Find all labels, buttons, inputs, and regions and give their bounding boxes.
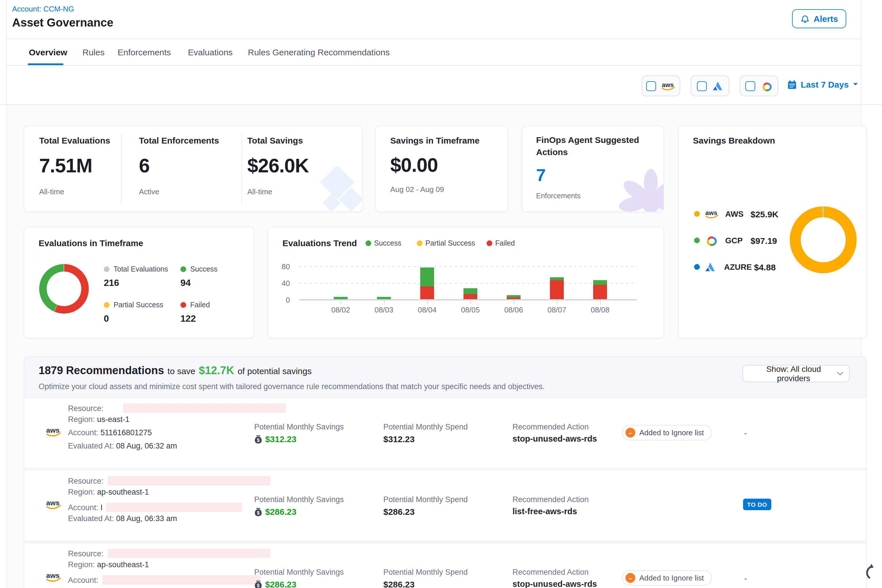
x-label: 08/07 [540, 306, 574, 314]
aws-logo-icon: aws [705, 209, 719, 219]
action-column-label: Recommended Action [513, 423, 589, 431]
bell-icon [800, 14, 810, 23]
recommendations-subtitle: Optimize your cloud assets and minimize … [39, 382, 545, 391]
pill-label: Added to Ignore list [639, 574, 704, 582]
recommendations-panel: 1879 Recommendations to save $12.7K of p… [24, 356, 867, 588]
savings-value: $ $312.23 [254, 434, 296, 444]
provider-savings: $4.88 [754, 262, 776, 272]
x-label: 08/08 [583, 306, 617, 314]
page-title: Asset Governance [12, 16, 113, 29]
savings-amount: $286.23 [265, 507, 296, 516]
finops-caption: Enforcements [536, 192, 580, 200]
x-axis-line [299, 299, 637, 300]
recommendation-row[interactable]: aws Resource: Region: us-east-1 Account:… [24, 398, 867, 468]
evaluated-label: Evaluated At: [68, 587, 114, 588]
bar-segment [420, 267, 434, 286]
x-tickmark [427, 300, 428, 304]
tab-rules[interactable]: Rules [82, 47, 105, 57]
resource-line: Resource: [68, 547, 271, 558]
flower-watermark-icon [615, 168, 664, 212]
legend-value: 122 [180, 314, 210, 324]
evaluated-line: Evaluated At: 08 Aug, 06:33 am [68, 514, 177, 523]
recommendations-header: 1879 Recommendations to save $12.7K of p… [39, 364, 312, 377]
legend-value: 94 [180, 278, 218, 288]
added-to-ignore-pill[interactable]: – Added to Ignore list [622, 425, 712, 440]
success-dot [180, 266, 186, 272]
action-column-label: Recommended Action [513, 495, 589, 504]
added-to-ignore-pill[interactable]: – Added to Ignore list [622, 570, 712, 586]
x-tickmark [341, 300, 341, 304]
savings-value: $ $286.23 [254, 579, 296, 588]
filter-aws-toggle[interactable]: aws [642, 75, 680, 96]
tab-evaluations[interactable]: Evaluations [188, 47, 232, 57]
finops-value: 7 [536, 165, 546, 185]
money-bag-icon: $ [254, 579, 262, 588]
action-column-label: Recommended Action [513, 568, 589, 576]
bar-segment [593, 280, 607, 285]
evaluated-line: Evaluated At: 08 Aug, 06:32 am [68, 587, 177, 588]
account-line: Account: 511616801275 [68, 428, 152, 437]
region-value: ap-southeast-1 [97, 560, 149, 569]
provider-name: GCP [725, 236, 751, 245]
stat-caption: Active [139, 188, 219, 196]
azure-dot [694, 264, 700, 270]
gcp-checkbox[interactable] [745, 81, 755, 91]
aws-logo-icon: aws [45, 426, 62, 438]
spend-column-label: Potential Monthly Spend [383, 423, 468, 431]
redacted-account [106, 502, 242, 512]
bar-segment [550, 278, 564, 280]
recommendation-row[interactable]: aws Resource: Region: ap-southeast-1 Acc… [24, 471, 867, 540]
minus-circle-icon: – [626, 573, 635, 583]
filter-azure-toggle[interactable] [691, 75, 729, 96]
x-label: 08/05 [453, 306, 488, 314]
filter-gcp-toggle[interactable] [740, 75, 778, 96]
svg-text:$: $ [257, 583, 260, 588]
money-bag-icon: $ [254, 434, 262, 444]
recommendations-suffix: of potential savings [237, 366, 312, 376]
azure-checkbox[interactable] [697, 81, 706, 91]
account-label: Account: [68, 503, 98, 512]
resource-line: Resource: [68, 402, 271, 413]
region-line: Region: us-east-1 [68, 415, 129, 424]
redacted-account [103, 575, 261, 585]
spend-value: $286.23 [383, 579, 414, 588]
savings-column-label: Potential Monthly Savings [254, 568, 344, 576]
x-tickmark [557, 300, 558, 304]
svg-text:aws: aws [46, 572, 60, 579]
asset-governance-page: Account: CCM-NG Asset Governance Alerts … [0, 0, 882, 588]
gcp-dot [694, 237, 700, 243]
tab-enforcements[interactable]: Enforcements [118, 47, 171, 57]
todo-badge[interactable]: TO DO [743, 499, 771, 510]
resource-label: Resource: [68, 404, 104, 413]
cloud-provider-filter-dropdown[interactable]: Show: All cloud providers [742, 365, 850, 382]
tab-overview[interactable]: Overview [29, 47, 67, 57]
status-dash: - [744, 428, 747, 438]
spend-value: $286.23 [383, 507, 414, 516]
breadcrumb[interactable]: Account: CCM-NG [12, 4, 74, 13]
legend-success: Success 94 [180, 265, 218, 288]
recommendations-to-save: to save [168, 366, 195, 376]
evaluations-donut [39, 264, 89, 314]
aws-logo-icon: aws [45, 571, 62, 583]
recommendation-row[interactable]: aws Resource: Region: ap-southeast-1 Acc… [24, 544, 867, 588]
account-line: Account: [68, 574, 261, 585]
resource-label: Resource: [68, 549, 104, 558]
savings-column-label: Potential Monthly Savings [254, 495, 344, 504]
alerts-button[interactable]: Alerts [792, 9, 846, 28]
aws-checkbox[interactable] [646, 81, 656, 91]
tab-rules-generating-recommendations[interactable]: Rules Generating Recommendations [248, 47, 390, 57]
spend-column-label: Potential Monthly Spend [383, 568, 468, 576]
evaluated-value: 08 Aug, 06:32 am [116, 442, 177, 450]
date-range-dropdown[interactable]: Last 7 Days [788, 80, 859, 89]
stat-value: $26.0K [247, 154, 309, 177]
money-bag-icon: $ [254, 507, 262, 516]
pill-label: Added to Ignore list [639, 428, 704, 437]
breakdown-legend-gcp: GCP $97.19 [694, 234, 777, 247]
account-value: 511616801275 [100, 428, 152, 437]
legend-label: Total Evaluations [114, 265, 168, 273]
bar-segment [464, 294, 477, 299]
legend-value: 216 [104, 278, 168, 288]
gcp-logo-icon [760, 80, 773, 92]
cursor-widget-icon[interactable] [864, 562, 876, 585]
bar-segment [464, 288, 477, 294]
